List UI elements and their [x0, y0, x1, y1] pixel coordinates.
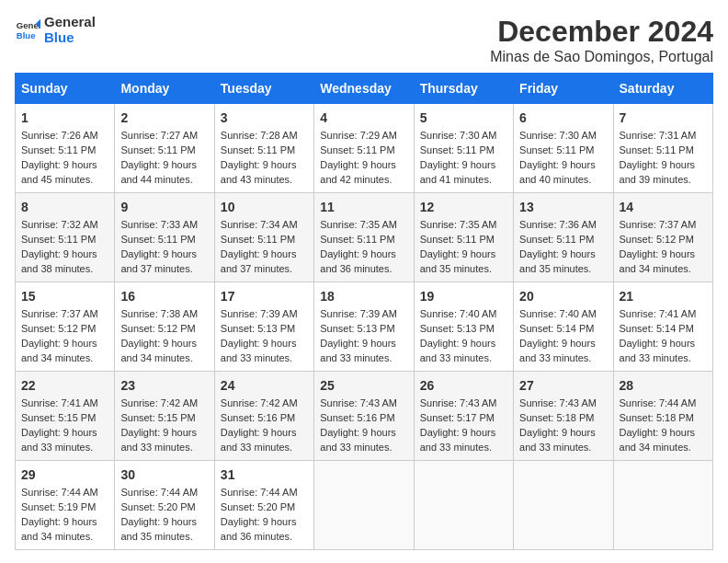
daylight-text: Daylight: 9 hours and 34 minutes.	[120, 338, 197, 363]
day-cell: 31Sunrise: 7:44 AMSunset: 5:20 PMDayligh…	[214, 461, 313, 550]
day-cell: 24Sunrise: 7:42 AMSunset: 5:16 PMDayligh…	[214, 372, 313, 461]
day-number: 7	[620, 109, 707, 127]
daylight-text: Daylight: 9 hours and 33 minutes.	[420, 338, 496, 363]
logo: General Blue General Blue	[15, 15, 96, 45]
logo-line1: General	[44, 15, 96, 30]
col-header-tuesday: Tuesday	[214, 74, 313, 104]
sunset-text: Sunset: 5:13 PM	[221, 323, 295, 334]
daylight-text: Daylight: 9 hours and 34 minutes.	[620, 427, 696, 453]
sunset-text: Sunset: 5:11 PM	[120, 234, 195, 245]
svg-text:General: General	[17, 20, 40, 30]
sunset-text: Sunset: 5:16 PM	[221, 412, 295, 423]
sunrise-text: Sunrise: 7:38 AM	[120, 308, 198, 319]
day-cell: 10Sunrise: 7:34 AMSunset: 5:11 PMDayligh…	[214, 193, 313, 282]
sunset-text: Sunset: 5:11 PM	[420, 234, 495, 245]
day-cell: 13Sunrise: 7:36 AMSunset: 5:11 PMDayligh…	[514, 193, 613, 282]
sunset-text: Sunset: 5:11 PM	[519, 234, 594, 245]
day-number: 19	[420, 287, 507, 305]
day-cell: 16Sunrise: 7:38 AMSunset: 5:12 PMDayligh…	[115, 282, 214, 372]
sunset-text: Sunset: 5:11 PM	[320, 144, 394, 155]
day-number: 20	[519, 287, 607, 305]
day-cell: 1Sunrise: 7:26 AMSunset: 5:11 PMDaylight…	[16, 104, 115, 193]
sunset-text: Sunset: 5:15 PM	[120, 412, 195, 423]
day-number: 16	[120, 287, 208, 305]
sunrise-text: Sunrise: 7:40 AM	[420, 308, 497, 319]
col-header-saturday: Saturday	[613, 74, 712, 104]
day-cell: 30Sunrise: 7:44 AMSunset: 5:20 PMDayligh…	[115, 461, 214, 550]
sunrise-text: Sunrise: 7:39 AM	[221, 308, 298, 319]
sunrise-text: Sunrise: 7:42 AM	[120, 397, 198, 408]
day-number: 8	[21, 198, 108, 216]
col-header-thursday: Thursday	[414, 74, 513, 104]
day-number: 31	[221, 465, 308, 484]
day-number: 3	[221, 109, 308, 127]
day-cell: 8Sunrise: 7:32 AMSunset: 5:11 PMDaylight…	[16, 193, 115, 282]
daylight-text: Daylight: 9 hours and 35 minutes.	[519, 248, 596, 274]
day-cell: 4Sunrise: 7:29 AMSunset: 5:11 PMDaylight…	[314, 104, 414, 193]
day-cell: 25Sunrise: 7:43 AMSunset: 5:16 PMDayligh…	[314, 372, 414, 461]
day-number: 11	[320, 198, 407, 216]
sunset-text: Sunset: 5:13 PM	[420, 323, 495, 334]
header-row: SundayMondayTuesdayWednesdayThursdayFrid…	[16, 74, 713, 104]
daylight-text: Daylight: 9 hours and 35 minutes.	[120, 516, 197, 542]
daylight-text: Daylight: 9 hours and 33 minutes.	[320, 427, 396, 453]
sunset-text: Sunset: 5:11 PM	[21, 234, 96, 245]
day-cell: 22Sunrise: 7:41 AMSunset: 5:15 PMDayligh…	[16, 372, 115, 461]
daylight-text: Daylight: 9 hours and 37 minutes.	[120, 248, 197, 274]
svg-text:Blue: Blue	[17, 29, 36, 40]
day-cell: 19Sunrise: 7:40 AMSunset: 5:13 PMDayligh…	[414, 282, 513, 372]
sunrise-text: Sunrise: 7:43 AM	[320, 397, 397, 408]
sunrise-text: Sunrise: 7:27 AM	[120, 130, 198, 141]
daylight-text: Daylight: 9 hours and 34 minutes.	[21, 338, 97, 363]
sunrise-text: Sunrise: 7:40 AM	[519, 308, 597, 319]
sunrise-text: Sunrise: 7:30 AM	[519, 130, 597, 141]
sunrise-text: Sunrise: 7:44 AM	[221, 487, 298, 498]
day-number: 22	[21, 376, 108, 395]
daylight-text: Daylight: 9 hours and 34 minutes.	[620, 248, 696, 274]
day-number: 12	[420, 198, 507, 216]
daylight-text: Daylight: 9 hours and 43 minutes.	[221, 159, 297, 185]
sunrise-text: Sunrise: 7:26 AM	[21, 130, 98, 141]
day-cell: 14Sunrise: 7:37 AMSunset: 5:12 PMDayligh…	[613, 193, 712, 282]
daylight-text: Daylight: 9 hours and 33 minutes.	[221, 427, 297, 453]
sunrise-text: Sunrise: 7:32 AM	[21, 219, 98, 230]
daylight-text: Daylight: 9 hours and 33 minutes.	[420, 427, 496, 453]
week-row-1: 1Sunrise: 7:26 AMSunset: 5:11 PMDaylight…	[16, 104, 713, 193]
sunset-text: Sunset: 5:11 PM	[221, 144, 295, 155]
sunrise-text: Sunrise: 7:34 AM	[221, 219, 298, 230]
daylight-text: Daylight: 9 hours and 40 minutes.	[519, 159, 596, 185]
sunrise-text: Sunrise: 7:37 AM	[21, 308, 98, 319]
col-header-friday: Friday	[514, 74, 613, 104]
day-number: 14	[620, 198, 707, 216]
week-row-5: 29Sunrise: 7:44 AMSunset: 5:19 PMDayligh…	[16, 461, 713, 550]
daylight-text: Daylight: 9 hours and 33 minutes.	[320, 338, 396, 363]
sunset-text: Sunset: 5:11 PM	[519, 144, 594, 155]
day-number: 30	[120, 465, 208, 484]
day-cell: 7Sunrise: 7:31 AMSunset: 5:11 PMDaylight…	[613, 104, 712, 193]
day-number: 5	[420, 109, 507, 127]
daylight-text: Daylight: 9 hours and 41 minutes.	[420, 159, 496, 185]
day-cell: 28Sunrise: 7:44 AMSunset: 5:18 PMDayligh…	[613, 372, 712, 461]
day-number: 24	[221, 376, 308, 395]
sunrise-text: Sunrise: 7:28 AM	[221, 130, 298, 141]
day-number: 15	[21, 287, 108, 305]
sunset-text: Sunset: 5:14 PM	[620, 323, 694, 334]
calendar-subtitle: Minas de Sao Domingos, Portugal	[490, 49, 713, 65]
week-row-4: 22Sunrise: 7:41 AMSunset: 5:15 PMDayligh…	[16, 372, 713, 461]
daylight-text: Daylight: 9 hours and 34 minutes.	[21, 516, 97, 542]
sunrise-text: Sunrise: 7:35 AM	[320, 219, 397, 230]
logo-icon: General Blue	[15, 17, 40, 43]
sunrise-text: Sunrise: 7:30 AM	[420, 130, 497, 141]
sunset-text: Sunset: 5:15 PM	[21, 412, 96, 423]
day-number: 26	[420, 376, 507, 395]
sunrise-text: Sunrise: 7:36 AM	[519, 219, 597, 230]
sunrise-text: Sunrise: 7:44 AM	[21, 487, 98, 498]
sunset-text: Sunset: 5:11 PM	[120, 144, 195, 155]
day-cell: 9Sunrise: 7:33 AMSunset: 5:11 PMDaylight…	[115, 193, 214, 282]
sunrise-text: Sunrise: 7:29 AM	[320, 130, 397, 141]
day-cell: 26Sunrise: 7:43 AMSunset: 5:17 PMDayligh…	[414, 372, 513, 461]
day-cell: 18Sunrise: 7:39 AMSunset: 5:13 PMDayligh…	[314, 282, 414, 372]
day-number: 4	[320, 109, 407, 127]
sunset-text: Sunset: 5:11 PM	[320, 234, 394, 245]
daylight-text: Daylight: 9 hours and 36 minutes.	[221, 516, 297, 542]
